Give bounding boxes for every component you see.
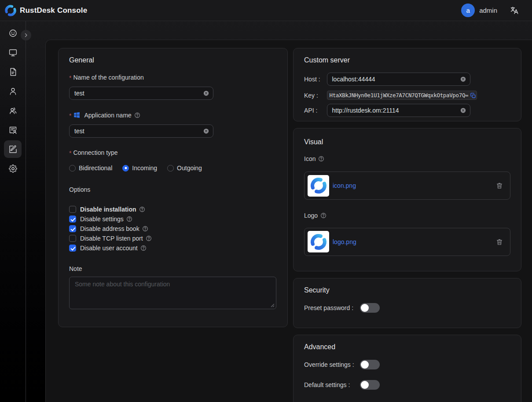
sidebar-item-dashboard[interactable] <box>4 24 22 42</box>
sidebar-item-groups[interactable] <box>4 102 22 119</box>
preset-password-toggle[interactable] <box>360 303 380 313</box>
advanced-card: Advanced Override settings : Default set… <box>293 335 521 402</box>
radio-bidirectional[interactable]: Bidirectional <box>69 164 112 172</box>
sidebar-item-sessions[interactable] <box>4 63 22 80</box>
options-label: Options <box>69 186 277 193</box>
clear-icon[interactable] <box>460 107 466 114</box>
security-title: Security <box>304 286 510 294</box>
clear-icon[interactable] <box>203 128 209 134</box>
help-icon[interactable] <box>139 206 145 212</box>
checkbox-label: Disable settings <box>80 216 124 223</box>
copy-icon[interactable] <box>470 92 476 99</box>
radio-circle <box>122 165 129 172</box>
help-icon[interactable] <box>140 245 147 251</box>
app-title: RustDesk Console <box>20 6 87 15</box>
api-input[interactable]: http://rustdesk.om:21114 <box>327 104 470 117</box>
icon-upload-row: icon.png <box>304 172 510 200</box>
chevron-right-icon <box>23 33 29 38</box>
trash-icon[interactable] <box>496 182 503 189</box>
sidebar-item-custom-client[interactable] <box>4 140 22 158</box>
document-icon <box>8 67 18 77</box>
note-textarea[interactable]: Some note about this configuration <box>69 277 276 309</box>
visual-title: Visual <box>304 138 510 146</box>
checkbox-label: Disable address book <box>80 225 139 232</box>
clear-icon[interactable] <box>203 90 209 96</box>
monitor-icon <box>8 48 18 57</box>
user-icon <box>8 87 18 96</box>
radio-circle <box>69 165 76 172</box>
connection-type-label: Connection type <box>69 149 277 156</box>
custom-server-title: Custom server <box>304 56 510 64</box>
logo-preview <box>308 231 329 252</box>
windows-icon <box>73 111 81 119</box>
logo-upload-row: logo.png <box>304 228 510 256</box>
trash-icon[interactable] <box>496 238 503 245</box>
host-input[interactable]: localhost:44444 <box>327 73 470 86</box>
sidebar-item-devices[interactable] <box>4 44 22 61</box>
toggle-knob <box>361 361 369 369</box>
app-name-label: Application name <box>69 111 277 119</box>
radio-label: Incoming <box>132 164 157 172</box>
override-settings-toggle[interactable] <box>360 360 380 369</box>
help-icon[interactable] <box>134 112 140 118</box>
key-field: HtaXBkJNHyn0e1U1jWXze7A7CN7QTGWqxkOtpaVp… <box>327 91 477 100</box>
avatar-initial: a <box>466 7 470 14</box>
icon-preview <box>308 175 329 197</box>
help-icon[interactable] <box>126 216 132 222</box>
main-panel: General Name of the configuration test A… <box>45 40 532 402</box>
edit-icon <box>8 145 18 154</box>
icon-label: Icon <box>304 155 510 162</box>
checkbox-disable-user-account[interactable]: Disable user account <box>69 243 277 253</box>
checkbox-box <box>69 235 76 242</box>
checkbox-disable-address-book[interactable]: Disable address book <box>69 224 277 234</box>
radio-label: Outgoing <box>177 164 202 172</box>
options-list: Disable installation Disable settings <box>69 205 277 253</box>
settings-icon <box>8 164 18 173</box>
note-placeholder: Some note about this configuration <box>75 281 271 288</box>
radio-label: Bidirectional <box>79 164 112 172</box>
api-label: API : <box>304 107 327 114</box>
general-title: General <box>69 56 277 64</box>
checkbox-label: Disable installation <box>80 206 136 213</box>
user-avatar[interactable]: a <box>461 4 475 17</box>
help-icon[interactable] <box>320 212 327 219</box>
preset-password-label: Preset password : <box>304 304 360 311</box>
rustdesk-logo-icon <box>4 4 17 17</box>
help-icon[interactable] <box>146 235 152 241</box>
app-header: RustDesk Console a admin <box>0 0 532 21</box>
checkbox-disable-settings[interactable]: Disable settings <box>69 214 277 224</box>
api-value: http://rustdesk.om:21114 <box>332 107 399 114</box>
logo-label: Logo <box>304 212 510 219</box>
default-settings-label: Default settings : <box>304 381 360 388</box>
smiley-icon <box>8 29 18 38</box>
sidebar-item-users[interactable] <box>4 82 22 100</box>
connection-type-group: Bidirectional Incoming Outgoing <box>69 164 277 172</box>
advanced-title: Advanced <box>304 343 510 351</box>
checkbox-disable-installation[interactable]: Disable installation <box>69 205 277 214</box>
group-icon <box>8 106 18 115</box>
logo-file-link[interactable]: logo.png <box>333 238 356 245</box>
resize-handle-icon[interactable] <box>271 303 275 307</box>
icon-file-link[interactable]: icon.png <box>333 182 356 189</box>
help-icon[interactable] <box>142 226 148 232</box>
app-name-input[interactable]: test <box>69 124 213 138</box>
language-icon[interactable] <box>510 6 519 15</box>
radio-outgoing[interactable]: Outgoing <box>167 164 202 172</box>
toggle-knob <box>361 381 369 389</box>
radio-incoming[interactable]: Incoming <box>122 164 157 172</box>
checkbox-disable-tcp-listen-port[interactable]: Disable TCP listen port <box>69 234 277 243</box>
general-card: General Name of the configuration test A… <box>58 48 288 327</box>
sidebar-item-settings[interactable] <box>4 160 22 177</box>
default-settings-toggle[interactable] <box>360 380 380 390</box>
clear-icon[interactable] <box>460 76 466 83</box>
note-label: Note <box>69 265 277 272</box>
name-input[interactable]: test <box>69 87 213 100</box>
sidebar-expand-button[interactable] <box>21 30 31 40</box>
checkbox-box <box>69 206 76 213</box>
checkbox-label: Disable user account <box>80 245 138 252</box>
sidebar-item-audit[interactable] <box>4 121 22 139</box>
host-value: localhost:44444 <box>332 76 375 83</box>
app-name-value: test <box>74 128 84 135</box>
help-icon[interactable] <box>318 156 324 162</box>
name-label: Name of the configuration <box>69 74 277 81</box>
